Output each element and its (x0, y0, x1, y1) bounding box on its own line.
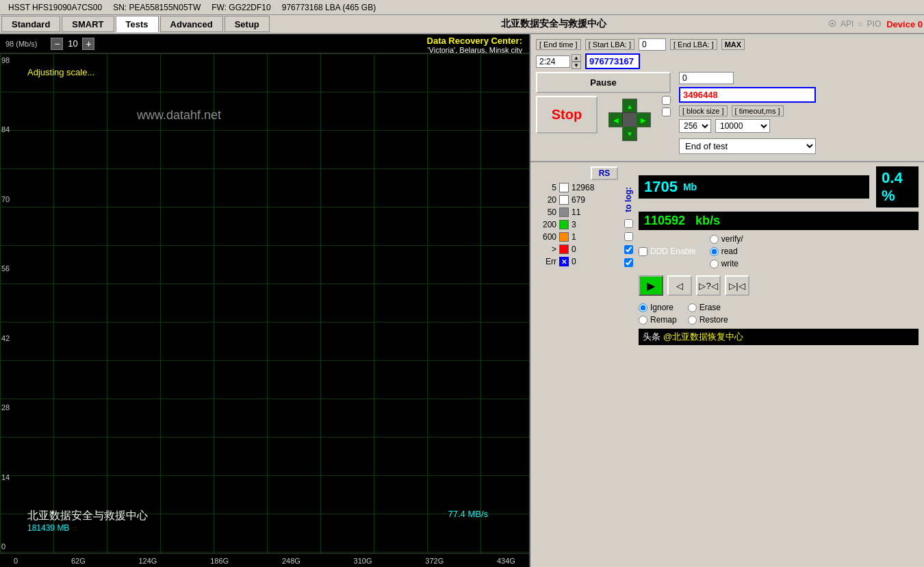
stat-val-0: 0 (572, 244, 576, 254)
stop-button[interactable]: Stop (536, 96, 598, 134)
block-size-label: [ block size ] (679, 105, 728, 116)
tab-tests[interactable]: Tests (116, 16, 159, 32)
chart-controls: − 10 + (51, 38, 94, 50)
website-watermark: www.datahf.net (137, 108, 221, 123)
app-title: 北亚数据安全与救援中心 (279, 18, 828, 30)
radio-verify-input[interactable] (710, 235, 719, 244)
tab-advanced[interactable]: Advanced (160, 16, 223, 32)
radio-erase: Erase (688, 303, 728, 312)
cb-row-2 (662, 108, 671, 116)
step-forward-button[interactable]: ▷|◁ (725, 275, 749, 296)
scale-plus-button[interactable]: + (82, 38, 94, 50)
left-options: Ignore Remap (639, 303, 677, 325)
ddd-checkbox[interactable] (639, 247, 647, 256)
x-label-0: 0 (14, 557, 18, 565)
radio-restore-input[interactable] (688, 316, 697, 325)
stat-val-3: 3 (572, 220, 576, 229)
x-label-372g: 372G (425, 557, 444, 565)
x-label-248g: 248G (282, 557, 300, 565)
end-of-test-select[interactable]: End of test (679, 138, 816, 154)
scale-minus-button[interactable]: − (51, 38, 63, 50)
radio-ignore-input[interactable] (639, 303, 647, 312)
write-label: write (721, 259, 739, 268)
watermark-platform: 头条 (643, 331, 660, 343)
nav-left-button[interactable]: ◀ (608, 112, 624, 127)
percent-unit: % (882, 187, 895, 204)
radio-remap-input[interactable] (639, 316, 647, 325)
tab-smart[interactable]: SMART (62, 16, 114, 32)
stat-val-1: 1 (572, 232, 576, 242)
block-timeout-vals: 256 10000 (679, 119, 816, 133)
time-up-button[interactable]: ▲ (572, 54, 581, 62)
play-button[interactable]: ▶ (639, 275, 663, 296)
x-label-434g: 434G (497, 557, 515, 565)
nav-diamond: ▲ ◀ ▶ ▼ (606, 96, 654, 144)
chart-scale-value: 10 (66, 38, 79, 49)
pause-button[interactable]: Pause (536, 72, 671, 93)
log-checkbox-1[interactable] (624, 219, 633, 228)
nav-down-button[interactable]: ▼ (622, 126, 637, 141)
radio-read: read (710, 247, 743, 256)
radio-write: write (710, 259, 743, 268)
current-lba-input[interactable] (679, 72, 734, 84)
chart-header: 98 (Mb/s) − 10 + Data Recovery Center: '… (0, 34, 529, 53)
color-bar-red (559, 244, 569, 254)
stat-num-5: 5 (536, 183, 556, 192)
timeout-select[interactable]: 10000 (715, 119, 770, 133)
time-spinner[interactable]: ▲ ▼ (572, 54, 581, 69)
err-x-icon: ✕ (559, 257, 569, 266)
top-bar: HSST HFS19090A7CS00 SN: PEA558155N05TW F… (0, 0, 924, 15)
rs-button[interactable]: RS (591, 166, 618, 180)
mb-unit: Mb (683, 181, 697, 192)
stat-num-200: 200 (536, 220, 556, 229)
rewind-button[interactable]: ◁ (667, 275, 692, 296)
remap-label: Remap (650, 315, 677, 325)
log-checkbox-2[interactable] (624, 232, 633, 241)
current-lba-value: 3496448 (679, 87, 816, 103)
device-info-1: HSST HFS19090A7CS00 (8, 3, 102, 12)
radio-verify: verify/ (710, 234, 743, 244)
nav-right-button[interactable]: ▶ (636, 112, 651, 127)
right-options: Erase Restore (688, 303, 728, 325)
percent-display: 0.4 % (876, 166, 919, 207)
nav-center (622, 112, 637, 127)
mb-display: 1705 Mb (639, 175, 869, 199)
start-lba-input[interactable] (639, 38, 666, 51)
log-label: to log: (624, 187, 633, 212)
radio-write-input[interactable] (710, 260, 719, 268)
tab-setup[interactable]: Setup (224, 16, 270, 32)
options-row: Ignore Remap Erase (639, 303, 919, 325)
radio-read-input[interactable] (710, 247, 719, 256)
log-column: to log: (624, 166, 633, 563)
x-axis-labels: 0 62G 124G 186G 248G 310G 372G 434G (0, 557, 529, 565)
right-stats: 1705 Mb 0.4 % 110592 kb/s (639, 166, 919, 563)
block-size-select[interactable]: 256 (679, 119, 711, 133)
time-down-button[interactable]: ▼ (572, 62, 581, 69)
checkbox-2[interactable] (662, 108, 671, 116)
x-label-186g: 186G (210, 557, 229, 565)
x-axis: 0 62G 124G 186G 248G 310G 372G 434G (0, 553, 529, 567)
chart-speed-label: 98 (Mb/s) (5, 40, 37, 48)
kbs-value: 110592 (644, 214, 685, 227)
pio-label[interactable]: PIO (867, 19, 882, 29)
radio-erase-input[interactable] (688, 303, 697, 312)
tab-standard[interactable]: Standard (1, 16, 60, 32)
stat-row-20: 20 679 (536, 195, 618, 205)
radio-pio-icon: ○ (858, 19, 862, 29)
chart-canvas: 98 84 70 56 42 28 14 0 Adjusting scale..… (0, 53, 529, 553)
checkbox-1[interactable] (662, 96, 671, 105)
log-checkbox-4[interactable] (624, 258, 633, 267)
stat-num-600: 600 (536, 232, 556, 242)
cb-row-1 (662, 96, 671, 105)
y-label-70: 70 (0, 195, 10, 203)
stat-num-gt: > (536, 244, 556, 254)
ctrl-bottom: RS 5 12968 20 679 50 11 (530, 162, 924, 567)
log-checkbox-3[interactable] (624, 245, 633, 254)
api-label[interactable]: API (840, 19, 854, 29)
ctrl-row-3: Pause Stop ▲ ◀ ▶ ▼ (536, 72, 919, 154)
step-back-button[interactable]: ▷?◁ (696, 275, 721, 296)
y-label-0: 0 (0, 542, 10, 551)
time-input[interactable] (536, 55, 570, 68)
drc-line1: Data Recovery Center: (424, 36, 522, 46)
nav-up-button[interactable]: ▲ (622, 99, 637, 114)
